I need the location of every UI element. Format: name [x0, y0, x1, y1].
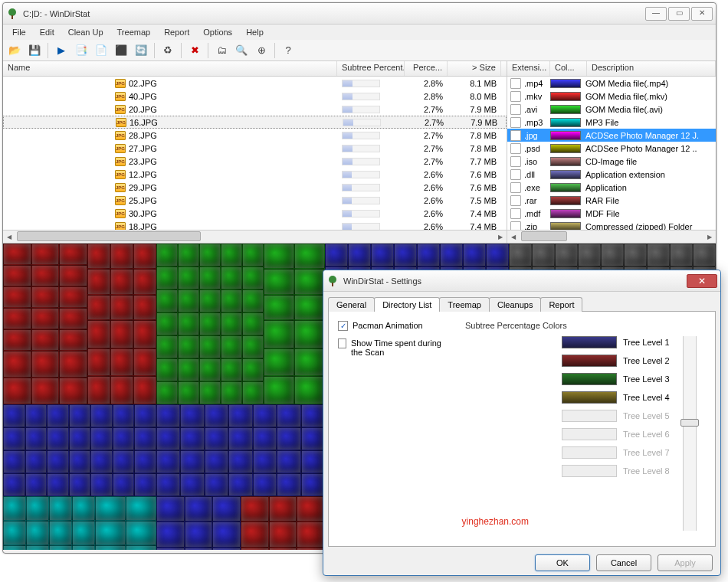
treemap-block[interactable] [221, 381, 242, 404]
treemap-block[interactable] [156, 381, 178, 404]
treemap-block[interactable] [95, 545, 126, 550]
treemap-block[interactable] [264, 295, 294, 320]
file-row[interactable]: JPG23.JPG2.7%7.7 MB [3, 155, 507, 168]
treemap-block[interactable] [3, 308, 31, 329]
treemap-block[interactable] [221, 266, 242, 289]
copy-button[interactable]: 📄 [93, 42, 110, 59]
treemap-block[interactable] [228, 427, 252, 450]
treemap-block[interactable] [228, 404, 252, 427]
treemap-block[interactable] [47, 427, 69, 450]
treemap-block[interactable] [110, 269, 133, 294]
showtime-checkbox-row[interactable]: Show Time spent during the Scan [338, 338, 453, 357]
treemap-block[interactable] [180, 473, 204, 496]
tab-cleanups[interactable]: Cleanups [489, 297, 541, 312]
treemap-block[interactable] [178, 312, 199, 335]
treemap-block[interactable] [242, 381, 264, 404]
treemap-block[interactable] [178, 244, 199, 266]
treemap-block[interactable] [294, 320, 325, 348]
treemap-block[interactable] [264, 269, 294, 294]
treemap-block[interactable] [212, 522, 241, 547]
tree-level-row[interactable]: Tree Level 2 [562, 355, 677, 367]
treemap-block[interactable] [87, 269, 110, 294]
file-row[interactable]: JPG25.JPG2.6%7.5 MB [3, 194, 507, 207]
treemap-block[interactable] [199, 244, 221, 266]
treemap-block[interactable] [126, 545, 156, 550]
treemap-block[interactable] [156, 522, 185, 547]
treemap-block[interactable] [178, 381, 199, 404]
treemap-block[interactable] [205, 473, 228, 496]
ok-button[interactable]: OK [535, 554, 590, 571]
refresh-recycle-button[interactable]: ♻ [159, 42, 176, 59]
treemap-block[interactable] [3, 473, 25, 496]
file-row[interactable]: JPG16.JPG2.7%7.9 MB [3, 116, 507, 129]
treemap-block[interactable] [31, 378, 60, 404]
treemap-block[interactable] [199, 335, 221, 358]
treemap-block[interactable] [3, 286, 31, 308]
treemap-block[interactable] [301, 473, 325, 496]
tab-directory-list[interactable]: Directory List [374, 297, 440, 312]
treemap-block[interactable] [486, 244, 509, 266]
treemap-block[interactable] [242, 312, 264, 335]
treemap-block[interactable] [110, 244, 133, 269]
treemap-block[interactable] [3, 329, 31, 351]
treemap-block[interactable] [3, 521, 26, 545]
treemap-block[interactable] [110, 348, 133, 377]
treemap-block[interactable] [156, 266, 178, 289]
treemap-block[interactable] [95, 496, 126, 521]
treemap-block[interactable] [87, 244, 110, 269]
pacman-checkbox[interactable]: ✓ [338, 321, 348, 331]
treemap-block[interactable] [205, 450, 228, 473]
treemap-block[interactable] [59, 351, 87, 378]
treemap-block[interactable] [134, 404, 156, 427]
treemap-block[interactable] [3, 404, 25, 427]
treemap-block[interactable] [31, 286, 60, 308]
treemap-block[interactable] [532, 244, 555, 266]
treemap-block[interactable] [178, 266, 199, 289]
treemap-block[interactable] [269, 548, 297, 550]
treemap-block[interactable] [31, 265, 60, 286]
extension-row[interactable]: .mkvGOM Media file(.mkv) [507, 90, 716, 103]
extension-row[interactable]: .rarRAR File [507, 194, 716, 207]
treemap-block[interactable] [242, 244, 264, 266]
ext-hscroll[interactable]: ◀ ▶ [507, 230, 716, 243]
extension-row[interactable]: .isoCD-Image file [507, 155, 716, 168]
treemap-block[interactable] [59, 244, 87, 265]
scroll-left-icon[interactable]: ◀ [507, 231, 520, 243]
pacman-checkbox-row[interactable]: ✓ Pacman Animation [338, 321, 453, 331]
treemap-block[interactable] [3, 427, 25, 450]
treemap-block[interactable] [301, 404, 325, 427]
treemap-block[interactable] [133, 244, 156, 269]
menu-report[interactable]: Report [158, 26, 195, 38]
scroll-left-icon[interactable]: ◀ [3, 231, 15, 243]
treemap-block[interactable] [134, 450, 156, 473]
treemap-block[interactable] [59, 265, 87, 286]
treemap-block[interactable] [394, 244, 417, 266]
treemap-block[interactable] [3, 450, 25, 473]
treemap-block[interactable] [72, 496, 95, 521]
treemap-block[interactable] [221, 312, 242, 335]
treemap-block[interactable] [180, 427, 204, 450]
treemap-block[interactable] [253, 404, 277, 427]
treemap-block[interactable] [185, 496, 213, 522]
treemap-block[interactable] [264, 320, 294, 348]
treemap-block[interactable] [49, 545, 72, 550]
treemap-block[interactable] [3, 265, 31, 286]
treemap-block[interactable] [297, 522, 325, 547]
file-row[interactable]: JPG20.JPG2.7%7.9 MB [3, 103, 507, 116]
treemap-block[interactable] [325, 244, 348, 266]
treemap-block[interactable] [133, 295, 156, 320]
treemap-block[interactable] [3, 545, 26, 550]
treemap-block[interactable] [31, 308, 60, 329]
treemap-block[interactable] [294, 244, 325, 269]
treemap-block[interactable] [242, 335, 264, 358]
treemap-block[interactable] [180, 450, 204, 473]
tree-level-row[interactable]: Tree Level 1 [562, 336, 677, 348]
tab-report[interactable]: Report [540, 297, 582, 312]
treemap-block[interactable] [221, 289, 242, 312]
treemap-block[interactable] [221, 358, 242, 381]
treemap-block[interactable] [26, 521, 49, 545]
file-row[interactable]: JPG18.JPG2.6%7.4 MB [3, 220, 507, 230]
settings-close-button[interactable]: ✕ [687, 274, 717, 288]
file-row[interactable]: JPG27.JPG2.7%7.8 MB [3, 142, 507, 155]
treemap-block[interactable] [47, 404, 69, 427]
